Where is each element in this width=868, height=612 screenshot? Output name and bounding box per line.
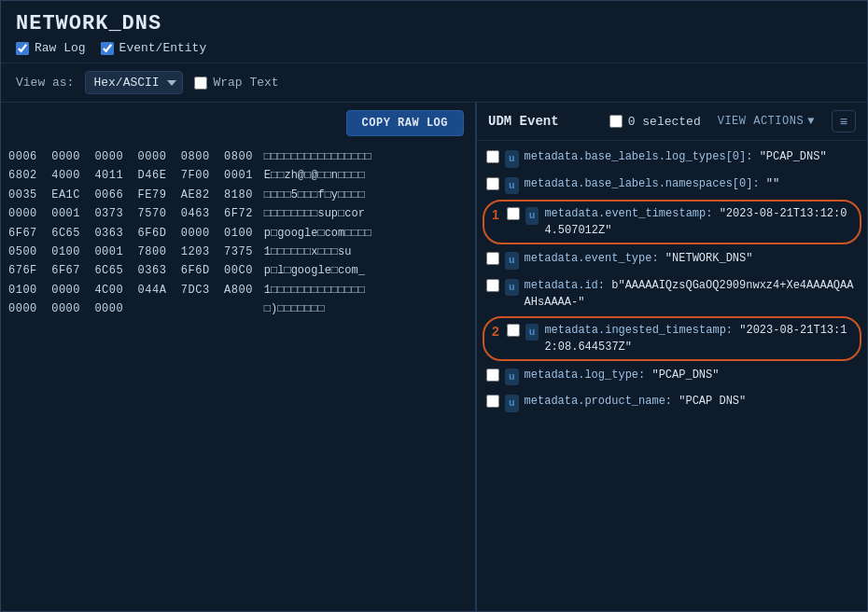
- annotation-2: 2: [492, 322, 499, 341]
- right-panel: UDM Event 0 selected VIEW ACTIONS ▼ ≡ um…: [477, 103, 867, 611]
- udm-type-icon: u: [525, 324, 539, 341]
- event-entity-label: Event/Entity: [119, 41, 207, 55]
- view-actions-label: VIEW ACTIONS: [718, 115, 804, 128]
- raw-log-content: 0006 0000 0000 0000 0800 0800 6802 4000 …: [1, 144, 475, 611]
- annotation-1: 1: [492, 205, 499, 225]
- wrap-text-text: Wrap Text: [213, 76, 278, 90]
- udm-type-icon: u: [505, 177, 519, 195]
- udm-field-item: umetadata.product_name: "PCAP DNS": [477, 389, 867, 416]
- udm-field-checkbox[interactable]: [486, 177, 499, 190]
- select-all-checkbox[interactable]: [609, 115, 623, 128]
- udm-field-checkbox[interactable]: [486, 369, 499, 382]
- udm-field-item: umetadata.base_labels.namespaces[0]: "": [477, 172, 867, 199]
- raw-log-checkbox-label[interactable]: Raw Log: [16, 41, 86, 55]
- selected-count-container: 0 selected: [609, 115, 701, 129]
- filter-icon: ≡: [840, 114, 847, 129]
- udm-field-text: metadata.event_timestamp: "2023-08-21T13…: [544, 205, 852, 239]
- raw-log-label: Raw Log: [35, 41, 86, 55]
- filter-button[interactable]: ≡: [832, 110, 856, 132]
- header: NETWORK_DNS Raw Log Event/Entity: [1, 1, 867, 63]
- selected-count-text: 0 selected: [628, 115, 701, 129]
- toolbar: View as: Hex/ASCII ASCII Hex Wrap Text: [1, 63, 867, 103]
- udm-field-checkbox[interactable]: [486, 150, 499, 163]
- udm-field-checkbox[interactable]: [507, 324, 520, 337]
- udm-field-item: umetadata.id: b"AAAAAIQzsQGaOQ2909nwxz4+…: [477, 273, 867, 314]
- wrap-text-checkbox[interactable]: [194, 76, 207, 90]
- udm-field-item: umetadata.base_labels.log_types[0]: "PCA…: [477, 145, 867, 172]
- udm-type-icon: u: [505, 395, 519, 412]
- udm-field-checkbox[interactable]: [486, 395, 499, 408]
- udm-field-text: metadata.ingested_timestamp: "2023-08-21…: [544, 322, 852, 355]
- page-title: NETWORK_DNS: [16, 12, 852, 35]
- udm-title: UDM Event: [488, 114, 559, 129]
- udm-field-text: metadata.event_type: "NETWORK_DNS": [525, 250, 753, 267]
- view-as-label: View as:: [16, 76, 74, 90]
- udm-header: UDM Event 0 selected VIEW ACTIONS ▼ ≡: [477, 103, 867, 141]
- udm-field-text: metadata.base_labels.namespaces[0]: "": [525, 175, 780, 192]
- udm-field-checkbox[interactable]: [507, 207, 520, 220]
- udm-field-text: metadata.base_labels.log_types[0]: "PCAP…: [525, 148, 827, 165]
- udm-type-icon: u: [525, 207, 539, 225]
- left-panel: COPY RAW LOG 0006 0000 0000 0000 0800 08…: [1, 103, 477, 611]
- main-content: COPY RAW LOG 0006 0000 0000 0000 0800 08…: [1, 103, 867, 611]
- udm-field-text: metadata.log_type: "PCAP_DNS": [525, 367, 720, 383]
- udm-field-item: umetadata.event_type: "NETWORK_DNS": [477, 246, 867, 273]
- udm-type-icon: u: [505, 150, 519, 168]
- udm-field-item: 1umetadata.event_timestamp: "2023-08-21T…: [483, 200, 861, 244]
- wrap-text-label[interactable]: Wrap Text: [194, 76, 278, 90]
- udm-type-icon: u: [505, 279, 519, 297]
- udm-type-icon: u: [505, 252, 519, 270]
- udm-field-checkbox[interactable]: [486, 252, 499, 265]
- udm-field-text: metadata.id: b"AAAAAIQzsQGaOQ2909nwxz4+X…: [525, 277, 858, 311]
- event-entity-checkbox[interactable]: [101, 42, 114, 55]
- copy-raw-log-button[interactable]: COPY RAW LOG: [346, 110, 464, 136]
- ascii-column: □□□□□□□□□□□□□□□□ E□□zh@□@□□n□□□□ □□□□5□□…: [264, 147, 371, 607]
- udm-field-item: umetadata.log_type: "PCAP_DNS": [477, 363, 867, 390]
- raw-log-checkbox[interactable]: [16, 42, 29, 55]
- udm-field-checkbox[interactable]: [486, 279, 499, 292]
- app-container: NETWORK_DNS Raw Log Event/Entity View as…: [0, 0, 868, 612]
- udm-field-item: 2umetadata.ingested_timestamp: "2023-08-…: [483, 316, 861, 361]
- header-checkboxes: Raw Log Event/Entity: [16, 41, 852, 55]
- hex-column: 0006 0000 0000 0000 0800 0800 6802 4000 …: [8, 147, 253, 607]
- view-as-select[interactable]: Hex/ASCII ASCII Hex: [85, 71, 183, 94]
- view-actions-button[interactable]: VIEW ACTIONS ▼: [710, 111, 822, 132]
- event-entity-checkbox-label[interactable]: Event/Entity: [101, 41, 207, 55]
- udm-fields-list: umetadata.base_labels.log_types[0]: "PCA…: [477, 141, 867, 611]
- chevron-down-icon: ▼: [807, 115, 815, 128]
- udm-type-icon: u: [505, 369, 519, 386]
- udm-field-text: metadata.product_name: "PCAP DNS": [525, 393, 747, 410]
